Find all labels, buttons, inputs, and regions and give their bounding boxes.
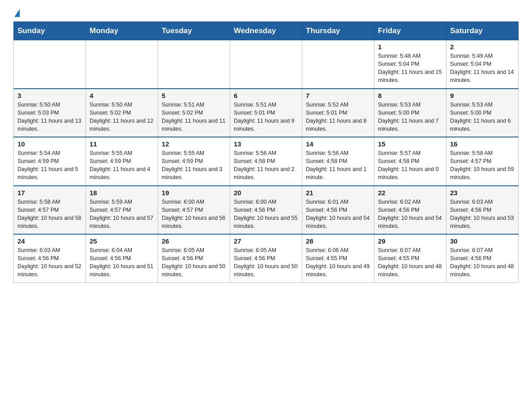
- calendar-cell-week4-day2: 19Sunrise: 6:00 AMSunset: 4:57 PMDayligh…: [158, 186, 230, 235]
- day-info-line: Sunrise: 5:49 AM: [450, 52, 515, 60]
- day-number: 8: [378, 92, 442, 99]
- day-info-line: Sunrise: 5:51 AM: [234, 101, 298, 109]
- calendar-cell-week5-day5: 29Sunrise: 6:07 AMSunset: 4:55 PMDayligh…: [374, 234, 446, 283]
- calendar-cell-week2-day2: 5Sunrise: 5:51 AMSunset: 5:02 PMDaylight…: [158, 89, 230, 137]
- day-info-line: Sunset: 4:57 PM: [162, 206, 226, 214]
- day-info-line: Sunrise: 6:02 AM: [378, 198, 442, 206]
- day-info-line: Sunset: 5:03 PM: [17, 109, 82, 117]
- day-info-line: Daylight: 11 hours and 6 minutes.: [450, 117, 515, 133]
- day-number: 1: [378, 43, 442, 51]
- day-info-line: Daylight: 11 hours and 15 minutes.: [378, 68, 442, 84]
- day-info-line: Sunset: 4:59 PM: [17, 157, 82, 165]
- week-row-2: 3Sunrise: 5:50 AMSunset: 5:03 PMDaylight…: [14, 89, 519, 137]
- day-info-line: Sunset: 5:02 PM: [90, 109, 154, 117]
- day-info-line: Sunrise: 6:07 AM: [450, 246, 515, 254]
- header-saturday: Saturday: [446, 22, 519, 40]
- calendar-cell-week4-day5: 22Sunrise: 6:02 AMSunset: 4:56 PMDayligh…: [374, 186, 446, 235]
- day-number: 9: [450, 92, 515, 99]
- day-info-line: Sunset: 5:02 PM: [162, 109, 226, 117]
- calendar-cell-week3-day5: 15Sunrise: 5:57 AMSunset: 4:58 PMDayligh…: [374, 137, 446, 186]
- day-info-line: Sunset: 4:57 PM: [90, 206, 154, 214]
- day-number: 2: [450, 43, 515, 51]
- day-number: 25: [90, 237, 154, 245]
- day-info-line: Sunset: 5:01 PM: [306, 109, 370, 117]
- day-info-line: Daylight: 10 hours and 56 minutes.: [162, 214, 226, 230]
- day-number: 13: [234, 140, 298, 148]
- day-info-line: Sunrise: 6:05 AM: [162, 246, 226, 254]
- calendar-cell-week1-day2: [158, 40, 230, 89]
- calendar-cell-week5-day3: 27Sunrise: 6:05 AMSunset: 4:56 PMDayligh…: [230, 234, 302, 283]
- day-info-line: Sunrise: 6:03 AM: [17, 246, 82, 254]
- day-info-line: Sunset: 4:57 PM: [450, 157, 515, 165]
- day-number: 5: [162, 92, 226, 99]
- day-info-line: Sunrise: 5:59 AM: [90, 198, 154, 206]
- day-info-line: Sunset: 5:00 PM: [450, 109, 515, 117]
- day-info-line: Sunrise: 5:53 AM: [378, 101, 442, 109]
- day-info-line: Sunset: 4:59 PM: [162, 157, 226, 165]
- day-info-line: Daylight: 11 hours and 12 minutes.: [90, 117, 154, 133]
- calendar-cell-week2-day6: 9Sunrise: 5:53 AMSunset: 5:00 PMDaylight…: [446, 89, 519, 137]
- day-info-line: Sunset: 4:56 PM: [450, 254, 515, 262]
- calendar-cell-week3-day3: 13Sunrise: 5:56 AMSunset: 4:58 PMDayligh…: [230, 137, 302, 186]
- day-number: 26: [162, 237, 226, 245]
- day-info-line: Sunset: 4:56 PM: [450, 206, 515, 214]
- day-number: 12: [162, 140, 226, 148]
- calendar-cell-week5-day2: 26Sunrise: 6:05 AMSunset: 4:56 PMDayligh…: [158, 234, 230, 283]
- day-info-line: Sunrise: 5:54 AM: [17, 149, 82, 157]
- day-info-line: Sunrise: 5:53 AM: [450, 101, 515, 109]
- day-info-line: Sunrise: 6:01 AM: [306, 198, 370, 206]
- calendar-cell-week3-day1: 11Sunrise: 5:55 AMSunset: 4:59 PMDayligh…: [86, 137, 158, 186]
- header: [13, 9, 519, 17]
- day-number: 29: [378, 237, 442, 245]
- calendar-cell-week1-day5: 1Sunrise: 5:48 AMSunset: 5:04 PMDaylight…: [374, 40, 446, 89]
- day-number: 11: [90, 140, 154, 148]
- day-info-line: Daylight: 10 hours and 52 minutes.: [17, 262, 82, 278]
- day-info-line: Sunset: 4:57 PM: [17, 206, 82, 214]
- day-info-line: Daylight: 10 hours and 54 minutes.: [378, 214, 442, 230]
- day-info-line: Sunset: 4:56 PM: [378, 206, 442, 214]
- day-info-line: Sunset: 5:01 PM: [234, 109, 298, 117]
- calendar-cell-week1-day4: [302, 40, 374, 89]
- day-info-line: Sunset: 4:58 PM: [234, 157, 298, 165]
- day-info-line: Sunset: 4:56 PM: [234, 206, 298, 214]
- day-number: 27: [234, 237, 298, 245]
- day-number: 3: [17, 92, 82, 99]
- calendar-cell-week1-day1: [86, 40, 158, 89]
- day-number: 6: [234, 92, 298, 99]
- calendar-cell-week4-day6: 23Sunrise: 6:03 AMSunset: 4:56 PMDayligh…: [446, 186, 519, 235]
- day-info-line: Sunrise: 6:07 AM: [378, 246, 442, 254]
- calendar-cell-week5-day0: 24Sunrise: 6:03 AMSunset: 4:56 PMDayligh…: [14, 234, 86, 283]
- header-sunday: Sunday: [14, 22, 86, 40]
- day-info-line: Daylight: 10 hours and 48 minutes.: [378, 262, 442, 278]
- day-info-line: Sunset: 4:58 PM: [378, 157, 442, 165]
- header-thursday: Thursday: [302, 22, 374, 40]
- calendar-cell-week1-day0: [14, 40, 86, 89]
- day-number: 16: [450, 140, 515, 148]
- day-number: 17: [17, 189, 82, 197]
- day-number: 7: [306, 92, 370, 99]
- logo: [13, 9, 20, 17]
- day-info-line: Sunrise: 5:50 AM: [17, 101, 82, 109]
- header-wednesday: Wednesday: [230, 22, 302, 40]
- day-info-line: Daylight: 10 hours and 57 minutes.: [90, 214, 154, 230]
- day-number: 30: [450, 237, 515, 245]
- week-row-5: 24Sunrise: 6:03 AMSunset: 4:56 PMDayligh…: [14, 234, 519, 283]
- day-info-line: Sunrise: 5:58 AM: [450, 149, 515, 157]
- day-info-line: Daylight: 10 hours and 53 minutes.: [450, 214, 515, 230]
- day-number: 4: [90, 92, 154, 99]
- day-info-line: Daylight: 10 hours and 54 minutes.: [306, 214, 370, 230]
- calendar-cell-week4-day0: 17Sunrise: 5:58 AMSunset: 4:57 PMDayligh…: [14, 186, 86, 235]
- day-info-line: Daylight: 10 hours and 51 minutes.: [90, 262, 154, 278]
- day-info-line: Sunset: 4:56 PM: [162, 254, 226, 262]
- day-number: 28: [306, 237, 370, 245]
- day-info-line: Daylight: 11 hours and 1 minute.: [306, 165, 370, 181]
- day-info-line: Daylight: 10 hours and 50 minutes.: [234, 262, 298, 278]
- day-info-line: Sunset: 4:55 PM: [306, 254, 370, 262]
- header-monday: Monday: [86, 22, 158, 40]
- day-info-line: Sunset: 4:58 PM: [306, 157, 370, 165]
- day-info-line: Sunrise: 6:04 AM: [90, 246, 154, 254]
- logo-triangle-icon: [14, 9, 20, 17]
- day-info-line: Sunrise: 5:55 AM: [162, 149, 226, 157]
- day-info-line: Sunset: 4:56 PM: [90, 254, 154, 262]
- calendar-cell-week5-day4: 28Sunrise: 6:06 AMSunset: 4:55 PMDayligh…: [302, 234, 374, 283]
